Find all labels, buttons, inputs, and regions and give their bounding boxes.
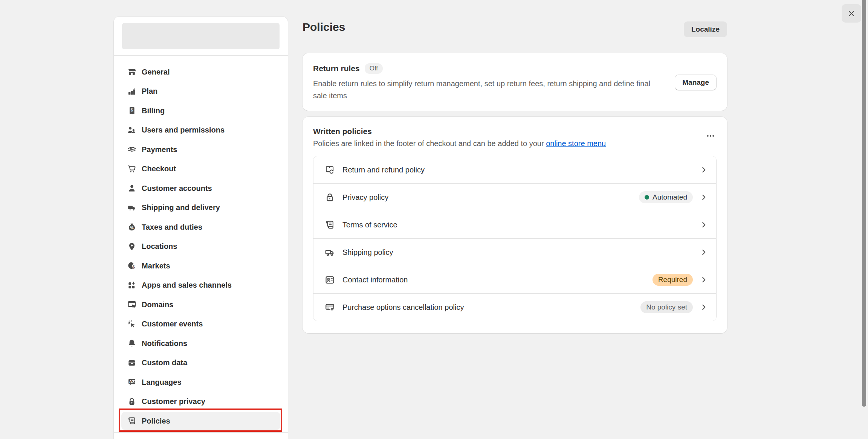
scroll-outline-icon bbox=[325, 220, 335, 230]
chevron-right-icon bbox=[700, 248, 708, 256]
sidebar-item-notifications[interactable]: Notifications bbox=[121, 334, 280, 352]
written-policies-card: Written policies Policies are linked in … bbox=[303, 117, 727, 333]
sidebar-item-markets[interactable]: $Markets bbox=[121, 257, 280, 275]
policy-row-label: Terms of service bbox=[342, 221, 693, 229]
package-return-icon bbox=[325, 165, 335, 175]
policy-row-label: Privacy policy bbox=[342, 193, 639, 202]
policy-row-purchase-options-cancellation-policy[interactable]: Purchase options cancellation policyNo p… bbox=[313, 293, 716, 321]
sidebar-item-label: Languages bbox=[142, 378, 182, 387]
sidebar-item-label: Customer accounts bbox=[142, 184, 212, 193]
chevron-right-icon bbox=[700, 193, 708, 201]
cursor-click-icon bbox=[127, 320, 136, 329]
policy-scroll-icon bbox=[127, 416, 136, 425]
translate-icon: A bbox=[127, 378, 136, 387]
truck-outline-icon bbox=[325, 247, 335, 258]
sidebar-item-customer-accounts[interactable]: Customer accounts bbox=[121, 179, 280, 197]
page-title: Policies bbox=[303, 21, 345, 34]
sidebar-item-label: Payments bbox=[142, 145, 177, 154]
return-rules-title: Return rules bbox=[313, 64, 360, 73]
badge-label: No policy set bbox=[646, 303, 687, 312]
sidebar-item-label: Taxes and duties bbox=[142, 223, 202, 232]
sidebar-item-label: Billing bbox=[142, 107, 165, 115]
return-rules-card: Return rules Off Enable return rules to … bbox=[303, 53, 727, 111]
domains-icon bbox=[127, 300, 136, 309]
sidebar-item-general[interactable]: General bbox=[121, 63, 280, 81]
policy-status-badge: Required bbox=[653, 274, 693, 286]
policy-status-badge: Automated bbox=[639, 191, 693, 203]
sidebar-item-customer-privacy[interactable]: Customer privacy bbox=[121, 393, 280, 411]
truck-icon bbox=[127, 203, 136, 212]
policy-row-shipping-policy[interactable]: Shipping policy bbox=[313, 238, 716, 266]
sidebar-item-label: Users and permissions bbox=[142, 126, 225, 134]
sidebar-divider bbox=[114, 432, 288, 433]
sidebar-item-billing[interactable]: $Billing bbox=[121, 102, 280, 120]
policy-row-return-and-refund-policy[interactable]: Return and refund policy bbox=[313, 156, 716, 183]
sidebar-item-locations[interactable]: Locations bbox=[121, 238, 280, 256]
sidebar-item-payments[interactable]: Payments bbox=[121, 140, 280, 159]
scrollbar-thumb[interactable] bbox=[862, 0, 866, 407]
svg-text:%: % bbox=[130, 226, 133, 230]
chevron-right-icon bbox=[700, 276, 708, 284]
card-x-icon bbox=[325, 302, 335, 312]
users-icon bbox=[127, 126, 136, 135]
policy-row-contact-information[interactable]: Contact informationRequired bbox=[313, 266, 716, 293]
sidebar-item-label: Policies bbox=[142, 417, 170, 425]
payments-icon bbox=[127, 145, 136, 154]
sidebar-item-label: Customer privacy bbox=[142, 397, 205, 406]
written-policies-description: Policies are linked in the footer of che… bbox=[313, 139, 606, 148]
settings-nav: GeneralPlan$BillingUsers and permissions… bbox=[114, 56, 288, 430]
lock-icon bbox=[127, 397, 136, 406]
kebab-menu-icon bbox=[706, 131, 715, 140]
close-button[interactable] bbox=[842, 4, 861, 23]
lock-outline-icon bbox=[325, 192, 335, 203]
id-card-icon bbox=[325, 275, 335, 285]
svg-text:$: $ bbox=[133, 265, 135, 269]
sidebar-item-plan[interactable]: Plan bbox=[121, 82, 280, 101]
sidebar-item-users-and-permissions[interactable]: Users and permissions bbox=[121, 121, 280, 139]
bell-icon bbox=[127, 339, 136, 348]
sidebar-item-custom-data[interactable]: Custom data bbox=[121, 354, 280, 372]
policy-list: Return and refund policyPrivacy policyAu… bbox=[313, 156, 717, 321]
policy-row-label: Return and refund policy bbox=[342, 166, 693, 174]
apps-icon bbox=[127, 281, 136, 290]
return-rules-status-badge: Off bbox=[365, 63, 383, 74]
policy-row-privacy-policy[interactable]: Privacy policyAutomated bbox=[313, 183, 716, 211]
return-rules-description: Enable return rules to simplify return m… bbox=[313, 78, 654, 102]
globe-icon: $ bbox=[127, 261, 136, 270]
sidebar-item-label: Shipping and delivery bbox=[142, 203, 220, 212]
sidebar-item-label: Locations bbox=[142, 242, 177, 251]
sidebar-item-policies[interactable]: Policies bbox=[121, 412, 280, 430]
chevron-right-icon bbox=[700, 303, 708, 311]
sidebar-item-apps-and-sales-channels[interactable]: Apps and sales channels bbox=[121, 276, 280, 294]
close-icon bbox=[847, 9, 856, 18]
policy-status-badge: No policy set bbox=[640, 301, 693, 313]
svg-text:A: A bbox=[129, 380, 132, 384]
policy-row-label: Shipping policy bbox=[342, 248, 693, 257]
written-policies-title: Written policies bbox=[313, 127, 606, 136]
sidebar-item-label: Checkout bbox=[142, 165, 176, 173]
sidebar-item-label: Markets bbox=[142, 262, 170, 270]
online-store-menu-link[interactable]: online store menu bbox=[546, 139, 606, 148]
manage-button[interactable]: Manage bbox=[675, 75, 717, 90]
sidebar-item-languages[interactable]: ALanguages bbox=[121, 373, 280, 391]
store-icon bbox=[127, 67, 136, 76]
policy-row-label: Purchase options cancellation policy bbox=[342, 303, 640, 312]
billing-icon: $ bbox=[127, 106, 136, 115]
svg-text:$: $ bbox=[131, 108, 133, 112]
sidebar-item-label: Custom data bbox=[142, 358, 187, 367]
written-policies-menu-button[interactable] bbox=[704, 127, 717, 142]
localize-button[interactable]: Localize bbox=[684, 21, 727, 37]
sidebar-item-label: Plan bbox=[142, 87, 157, 96]
plan-icon bbox=[127, 87, 136, 96]
sidebar-item-label: Customer events bbox=[142, 320, 203, 328]
sidebar-item-taxes-and-duties[interactable]: %Taxes and duties bbox=[121, 218, 280, 236]
sidebar-item-checkout[interactable]: Checkout bbox=[121, 160, 280, 178]
badge-label: Automated bbox=[653, 193, 687, 202]
sidebar-item-domains[interactable]: Domains bbox=[121, 296, 280, 314]
policy-row-terms-of-service[interactable]: Terms of service bbox=[313, 211, 716, 238]
policy-row-label: Contact information bbox=[342, 276, 653, 284]
settings-sidebar: GeneralPlan$BillingUsers and permissions… bbox=[113, 16, 288, 439]
sidebar-item-shipping-and-delivery[interactable]: Shipping and delivery bbox=[121, 199, 280, 217]
sidebar-item-customer-events[interactable]: Customer events bbox=[121, 315, 280, 333]
sidebar-item-label: General bbox=[142, 68, 170, 76]
